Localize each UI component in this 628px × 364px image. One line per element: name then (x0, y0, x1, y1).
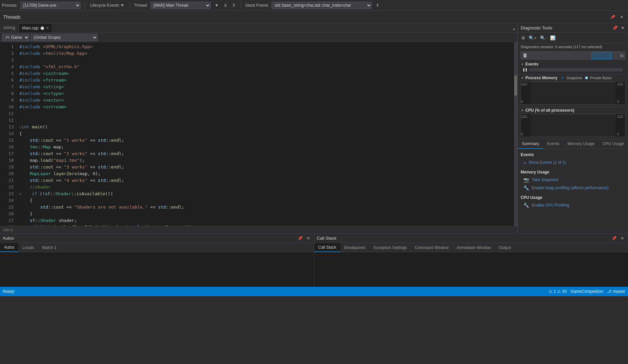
cpu-chart: 100 0 100 0 (518, 114, 628, 139)
autos-tab-watch1[interactable]: Watch 1 (38, 243, 61, 252)
threads-bar-controls: 📌 ✕ (609, 14, 625, 20)
diag-title: Diagnostic Tools (521, 25, 610, 30)
code-line-19: std::cout << "3 works" << std::endl; (17, 164, 514, 170)
tab-main-close-btn[interactable]: ✕ (46, 26, 49, 30)
cpu-left-labels: 100 0 (521, 114, 530, 137)
code-line-23: ▽ if (!sf::Shader::isAvailable()) (17, 191, 514, 197)
add-tab-btn[interactable]: + (511, 26, 517, 32)
summary-events-section: Events » Show Events (1 of 1) (518, 150, 628, 168)
diag-close-btn[interactable]: ✕ (620, 25, 625, 31)
project-name: GameCompetition (571, 289, 603, 294)
cpu-chart-area: 100 0 100 0 (521, 114, 625, 137)
scope-left-dropdown[interactable]: 🎮 Game (2, 34, 29, 41)
autos-pane: Autos 📌 ✕ Autos Locals Watch 1 (0, 234, 314, 287)
editor-area: xstring Main.cpp ⬤ ✕ + 🎮 Game (Global Sc… (0, 23, 518, 233)
diag-tab-cpu[interactable]: CPU Usage (599, 139, 628, 149)
git-icon: ⎇ (607, 289, 612, 294)
diag-tab-events-label: Events (547, 141, 559, 146)
timeline-pause-controls (524, 53, 526, 57)
branch-name: master (613, 289, 625, 294)
tab-main-modified-icon: ⬤ (40, 26, 44, 30)
tab-main-cpp[interactable]: Main.cpp ⬤ ✕ (19, 23, 53, 32)
callstack-tab-immediate[interactable]: Immediate Window (453, 243, 495, 252)
callstack-tab-exception[interactable]: Exception Settings (370, 243, 411, 252)
threads-close-btn[interactable]: ✕ (619, 14, 625, 20)
main-area: xstring Main.cpp ⬤ ✕ + 🎮 Game (Global Sc… (0, 23, 628, 233)
diag-tab-memory[interactable]: Memory Usage (563, 139, 599, 149)
callstack-pin-btn[interactable]: 📌 (610, 235, 618, 241)
process-dropdown[interactable]: [11708] Game.exe (20, 2, 81, 9)
threads-bar: Threads 📌 ✕ (0, 11, 628, 23)
thread-dropdown[interactable]: [9900] Main Thread (150, 2, 211, 9)
code-content[interactable]: #include <SFML/Graphics.hpp> #include <t… (17, 42, 514, 226)
diag-zoom-in-btn[interactable]: 🔍+ (528, 35, 537, 41)
stackframe-dropdown[interactable]: std::basic_string<char,std::char_traits<… (272, 2, 372, 9)
filter2-btn[interactable]: ⊻ (223, 2, 228, 8)
process-memory-header[interactable]: ▼ Process Memory ▼ Snapshot Private Byte… (518, 75, 628, 81)
code-line-12 (17, 117, 514, 124)
enable-heap-btn[interactable]: 🔧 Enable heap profiling (affects perform… (521, 184, 625, 192)
events-section: ▼ Events (518, 61, 628, 75)
show-events-btn[interactable]: » Show Events (1 of 1) (521, 158, 625, 166)
diag-tab-memory-label: Memory Usage (567, 141, 595, 146)
autos-tab-locals[interactable]: Locals (18, 243, 38, 252)
status-branch[interactable]: ⎇ master (607, 289, 625, 294)
events-collapse-icon: ▼ (521, 63, 524, 66)
pm-chart-canvas (530, 82, 616, 104)
enable-cpu-label: Enable CPU Profiling (532, 203, 569, 208)
code-line-13: ▽int main() (17, 124, 514, 130)
autos-pin-btn[interactable]: 📌 (296, 235, 304, 241)
tab-xstring-label: xstring (3, 25, 15, 30)
warning-count: 43 (562, 289, 566, 294)
autos-pane-title: Autos (3, 236, 14, 241)
callstack-close-btn[interactable]: ✕ (619, 235, 625, 241)
callstack-tab-command[interactable]: Command Window (411, 243, 452, 252)
diag-timeline[interactable]: 2s (521, 51, 625, 59)
callstack-tab-output[interactable]: Output (495, 243, 515, 252)
diag-chart-btn[interactable]: 📊 (549, 35, 556, 41)
code-line-27: sf::Shader shader; (17, 217, 514, 224)
diag-settings-btn[interactable]: ⚙ (521, 35, 526, 41)
process-memory-section: ▼ Process Memory ▼ Snapshot Private Byte… (518, 75, 628, 107)
cpu-section-header[interactable]: ▼ CPU (% of all processors) (518, 107, 628, 114)
diag-tab-summary[interactable]: Summary (518, 139, 543, 149)
snapshot-legend-icon: ▼ (561, 76, 564, 80)
stackframe-expand-btn[interactable]: ⇕ (375, 2, 381, 8)
status-bar: Ready ⚠ 1 ⚠ 43 GameCompetition ⎇ master (0, 287, 628, 296)
pm-left-labels: 100 0 (521, 82, 530, 104)
callstack-pane: Call Stack 📌 ✕ Call Stack Breakpoints Ex… (314, 234, 628, 287)
status-errors[interactable]: ⚠ 1 ⚠ 43 (549, 289, 567, 294)
filter3-btn[interactable]: ⊽ (231, 2, 237, 8)
lifecycle-events-btn[interactable]: Lifecycle Events ▼ (89, 2, 126, 8)
diag-timeline-bar: 2s (521, 51, 625, 59)
enable-cpu-btn[interactable]: 🔧 Enable CPU Profiling (521, 201, 625, 209)
code-line-17: std::cout << "2 works" << std::endl; (17, 150, 514, 157)
toolbar-sep-3 (241, 2, 241, 9)
toolbar-sep-2 (130, 2, 130, 9)
events-section-header[interactable]: ▼ Events (518, 61, 628, 68)
code-line-1: #include <SFML/Graphics.hpp> (17, 43, 514, 50)
tab-xstring[interactable]: xstring (0, 23, 19, 32)
take-snapshot-btn[interactable]: 📷 Take Snapshot (521, 176, 625, 184)
stackframe-label: Stack Frame: (245, 3, 269, 8)
diag-zoom-out-btn[interactable]: 🔍- (539, 35, 547, 41)
code-line-5: #include <iostream> (17, 70, 514, 77)
diag-pin-btn[interactable]: 📌 (612, 25, 618, 31)
code-line-4: #include "sfml_ortho.h" (17, 64, 514, 70)
scope-right-dropdown[interactable]: (Global Scope) (31, 34, 98, 41)
diag-tab-events[interactable]: Events (543, 139, 563, 149)
autos-tabs: Autos Locals Watch 1 (0, 243, 314, 252)
diagnostic-tools-panel: Diagnostic Tools 📌 ✕ ⚙ 🔍+ 🔍- 📊 Diagnosti… (518, 23, 628, 233)
callstack-tab-breakpoints[interactable]: Breakpoints (340, 243, 370, 252)
bottom-panels-area: Autos 📌 ✕ Autos Locals Watch 1 Call Stac… (0, 233, 628, 287)
autos-close-btn[interactable]: ✕ (305, 235, 311, 241)
zoom-level: 100 % (3, 228, 13, 232)
threads-pin-btn[interactable]: 📌 (609, 14, 617, 20)
editor-scrollbar[interactable] (514, 42, 517, 226)
editor-scrollbar-thumb[interactable] (514, 76, 517, 96)
autos-tab-autos[interactable]: Autos (0, 243, 18, 252)
editor-content: 1 2 3 4 5 6 7 8 9 10 11 12 13 14 15 16 1… (0, 42, 517, 226)
filter-btn[interactable]: ▼ (213, 2, 220, 8)
callstack-tab-callstack[interactable]: Call Stack (314, 243, 340, 252)
cpu-collapse-icon: ▼ (521, 109, 524, 112)
